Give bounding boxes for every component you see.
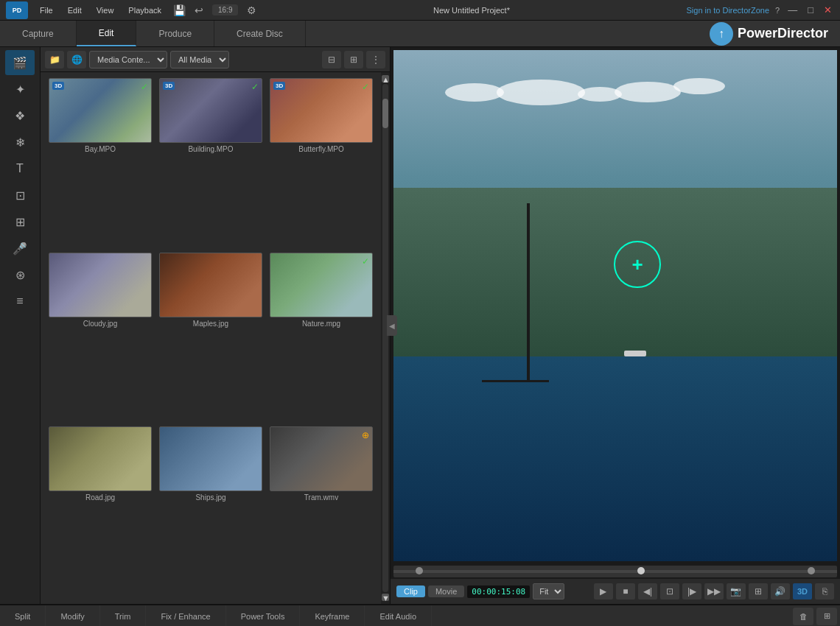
split-tab[interactable]: Split xyxy=(0,605,46,626)
movie-mode-btn[interactable]: Movie xyxy=(428,585,464,597)
edit-audio-tab[interactable]: Edit Audio xyxy=(365,605,432,626)
modify-tab[interactable]: Modify xyxy=(46,605,99,626)
tool-subtitle[interactable]: ≡ xyxy=(5,289,35,314)
scrubber-bar[interactable] xyxy=(393,566,837,577)
cloud-1 xyxy=(445,83,504,102)
scroll-thumb[interactable] xyxy=(382,99,388,128)
menu-edit[interactable]: Edit xyxy=(65,4,85,16)
brand-logo: ↑ PowerDirector xyxy=(710,22,840,46)
import-folder-btn[interactable]: 📁 xyxy=(45,51,64,68)
tool-effects[interactable]: ✦ xyxy=(5,77,35,102)
media-item-bay[interactable]: 3D ✓ Bay.MPO xyxy=(46,78,154,250)
tool-particles[interactable]: ❄ xyxy=(5,130,35,155)
media-item-nature[interactable]: ✓ Nature.mpg xyxy=(267,253,375,424)
tool-chapter[interactable]: ⊛ xyxy=(5,262,35,287)
tool-pip[interactable]: ⊡ xyxy=(5,183,35,208)
menu-view[interactable]: View xyxy=(94,4,117,16)
scrubber-handle[interactable] xyxy=(637,567,645,574)
media-thumb-nature: ✓ xyxy=(270,253,373,317)
bottom-section: Split Modify Trim Fix / Enhance Power To… xyxy=(0,604,840,626)
scene-water xyxy=(393,356,837,561)
media-item-road[interactable]: Road.jpg xyxy=(46,426,154,598)
media-label-maples: Maples.jpg xyxy=(193,320,228,328)
scroll-up-btn[interactable]: ▲ xyxy=(382,75,389,82)
trim-tab[interactable]: Trim xyxy=(100,605,147,626)
stop-btn[interactable]: ■ xyxy=(616,583,635,599)
menu-file[interactable]: File xyxy=(37,4,56,16)
play-btn[interactable]: ▶ xyxy=(594,583,613,599)
tool-media[interactable]: 🎬 xyxy=(5,50,35,75)
more-actions-btn[interactable]: ⊞ xyxy=(816,608,837,625)
media-thumb-butterfly: 3D ✓ xyxy=(270,78,373,143)
media-label-tram: Tram.wmv xyxy=(304,493,338,502)
tool-audio-mix[interactable]: ⊞ xyxy=(5,209,35,234)
tool-text[interactable]: T xyxy=(5,156,35,181)
import-web-btn[interactable]: 🌐 xyxy=(67,51,86,68)
zoom-dropdown[interactable]: Fit xyxy=(533,583,564,599)
list-view-btn[interactable]: ⊞ xyxy=(344,51,363,68)
media-thumb-bay: 3D ✓ xyxy=(49,78,152,143)
media-options-btn[interactable]: ⋮ xyxy=(366,51,385,68)
cloud-4 xyxy=(615,82,681,102)
media-label-butterfly: Butterfly.MPO xyxy=(298,145,344,153)
fix-enhance-tab[interactable]: Fix / Enhance xyxy=(146,605,225,626)
fullscreen-btn[interactable]: ⊞ xyxy=(749,583,768,599)
aspect-ratio[interactable]: 16:9 xyxy=(212,4,238,15)
media-item-tram[interactable]: ⊕ Tram.wmv xyxy=(267,426,375,598)
produce-tab[interactable]: Produce xyxy=(136,21,214,46)
close-button[interactable]: ✕ xyxy=(822,4,834,15)
check-mark-butterfly: ✓ xyxy=(362,82,369,92)
snapshot-btn[interactable]: 📷 xyxy=(727,583,746,599)
fast-fwd-btn[interactable]: ▶▶ xyxy=(704,583,724,599)
content-type-dropdown[interactable]: Media Conte... xyxy=(89,51,167,68)
media-label-ships: Ships.jpg xyxy=(195,493,225,502)
tool-voice[interactable]: 🎤 xyxy=(5,236,35,261)
toolbar-icon-save[interactable]: 💾 xyxy=(173,4,186,16)
edit-tab[interactable]: Edit xyxy=(77,21,137,46)
capture-tab[interactable]: Capture xyxy=(0,21,77,46)
media-item-building[interactable]: 3D ✓ Building.MPO xyxy=(157,78,265,250)
media-grid: 3D ✓ Bay.MPO 3D ✓ Building.MPO 3 xyxy=(41,72,381,604)
media-item-butterfly[interactable]: 3D ✓ Butterfly.MPO xyxy=(267,78,375,250)
toolbar-icon-undo[interactable]: ↩ xyxy=(195,4,203,16)
media-toolbar: 📁 🌐 Media Conte... All Media ⊟ ⊞ ⋮ xyxy=(41,47,390,72)
scroll-down-btn[interactable]: ▼ xyxy=(382,594,389,601)
scrubber-right-handle[interactable] xyxy=(808,567,815,574)
panel-collapse-btn[interactable]: ◀ xyxy=(387,315,397,336)
toolbar-icon-settings[interactable]: ⚙ xyxy=(247,4,256,16)
media-item-maples[interactable]: Maples.jpg xyxy=(157,253,265,424)
clip-mode-btn[interactable]: Clip xyxy=(396,585,425,597)
app-logo: PD xyxy=(6,1,28,19)
scene-mountains xyxy=(393,188,837,367)
create-disc-tab[interactable]: Create Disc xyxy=(214,21,306,46)
next-frame-btn[interactable]: |▶ xyxy=(682,583,701,599)
output-settings-btn[interactable]: ⎘ xyxy=(815,583,834,599)
minimize-button[interactable]: — xyxy=(785,4,799,15)
power-tools-tab[interactable]: Power Tools xyxy=(226,605,301,626)
volume-btn[interactable]: 🔊 xyxy=(771,583,790,599)
media-scrollbar[interactable]: ▲ ▼ xyxy=(381,72,390,604)
media-filter-dropdown[interactable]: All Media xyxy=(170,51,229,68)
prev-frame-btn[interactable]: ◀| xyxy=(638,583,657,599)
keyframe-tab[interactable]: Keyframe xyxy=(300,605,365,626)
snap-btn[interactable]: ⊡ xyxy=(660,583,679,599)
left-toolbar: 🎬 ✦ ❖ ❄ T ⊡ ⊞ 🎤 ⊛ ≡ xyxy=(0,47,41,604)
delete-clip-btn[interactable]: 🗑 xyxy=(793,608,813,625)
sign-in-link[interactable]: Sign in to DirectorZone xyxy=(687,6,770,15)
media-item-cloudy[interactable]: Cloudy.jpg xyxy=(46,253,154,424)
media-label-road: Road.jpg xyxy=(85,493,115,502)
menu-playback[interactable]: Playback xyxy=(125,4,164,16)
tool-transitions[interactable]: ❖ xyxy=(5,103,35,128)
media-item-ships[interactable]: Ships.jpg xyxy=(157,426,265,598)
media-label-building: Building.MPO xyxy=(188,145,233,153)
badge-3d-butterfly: 3D xyxy=(273,82,285,90)
nav-section: Capture Edit Produce Create Disc xyxy=(0,21,306,46)
preview-video: + xyxy=(393,50,837,561)
help-icon[interactable]: ? xyxy=(775,6,780,15)
scrubber-left-handle[interactable] xyxy=(416,567,423,574)
three-d-btn[interactable]: 3D xyxy=(793,583,812,599)
badge-3d: 3D xyxy=(52,82,64,90)
restore-button[interactable]: □ xyxy=(805,4,816,15)
media-thumb-maples xyxy=(159,253,262,317)
grid-view-btn[interactable]: ⊟ xyxy=(322,51,341,68)
